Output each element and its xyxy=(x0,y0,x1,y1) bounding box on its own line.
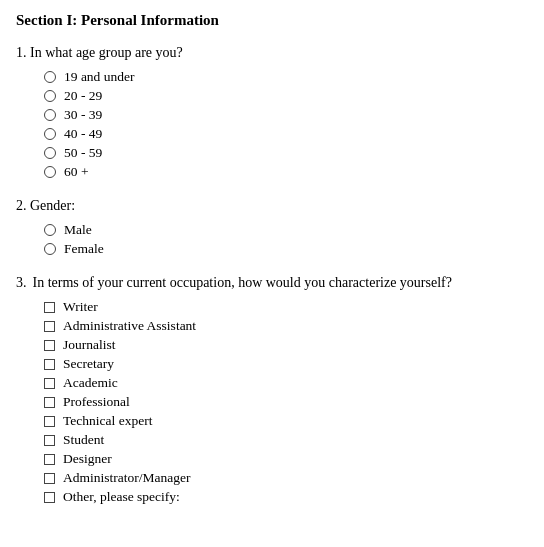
radio-icon[interactable] xyxy=(44,71,56,83)
question-3-label: 3. In terms of your current occupation, … xyxy=(16,275,528,291)
checkbox-icon[interactable] xyxy=(44,321,55,332)
checkbox-icon[interactable] xyxy=(44,492,55,503)
question-1-label: 1. In what age group are you? xyxy=(16,45,528,61)
option-label: 30 - 39 xyxy=(64,107,102,123)
checkbox-icon[interactable] xyxy=(44,416,55,427)
option-label: 60 + xyxy=(64,164,89,180)
list-item[interactable]: Journalist xyxy=(44,337,528,353)
list-item[interactable]: Professional xyxy=(44,394,528,410)
section-title: Section I: Personal Information xyxy=(16,12,528,29)
question-3-number: 3. xyxy=(16,275,27,291)
list-item[interactable]: 60 + xyxy=(44,164,528,180)
list-item[interactable]: Secretary xyxy=(44,356,528,372)
list-item[interactable]: Student xyxy=(44,432,528,448)
list-item[interactable]: Designer xyxy=(44,451,528,467)
option-label: Administrator/Manager xyxy=(63,470,190,486)
checkbox-icon[interactable] xyxy=(44,435,55,446)
checkbox-icon[interactable] xyxy=(44,378,55,389)
question-1: 1. In what age group are you? 19 and und… xyxy=(16,45,528,180)
list-item[interactable]: Administrator/Manager xyxy=(44,470,528,486)
checkbox-icon[interactable] xyxy=(44,340,55,351)
option-label: Professional xyxy=(63,394,130,410)
list-item[interactable]: Male xyxy=(44,222,528,238)
question-3-options: WriterAdministrative AssistantJournalist… xyxy=(44,299,528,505)
option-label: Administrative Assistant xyxy=(63,318,196,334)
radio-icon[interactable] xyxy=(44,166,56,178)
option-label: Other, please specify: xyxy=(63,489,180,505)
radio-icon[interactable] xyxy=(44,109,56,121)
list-item[interactable]: Administrative Assistant xyxy=(44,318,528,334)
list-item[interactable]: 19 and under xyxy=(44,69,528,85)
list-item[interactable]: 20 - 29 xyxy=(44,88,528,104)
option-label: 20 - 29 xyxy=(64,88,102,104)
option-label: 40 - 49 xyxy=(64,126,102,142)
list-item[interactable]: Writer xyxy=(44,299,528,315)
option-label: Technical expert xyxy=(63,413,152,429)
question-2: 2. Gender: MaleFemale xyxy=(16,198,528,257)
question-3: 3. In terms of your current occupation, … xyxy=(16,275,528,505)
option-label: Secretary xyxy=(63,356,114,372)
list-item[interactable]: Female xyxy=(44,241,528,257)
checkbox-icon[interactable] xyxy=(44,473,55,484)
option-label: Male xyxy=(64,222,92,238)
checkbox-icon[interactable] xyxy=(44,359,55,370)
list-item[interactable]: 40 - 49 xyxy=(44,126,528,142)
option-label: Female xyxy=(64,241,104,257)
option-label: 50 - 59 xyxy=(64,145,102,161)
checkbox-icon[interactable] xyxy=(44,302,55,313)
radio-icon[interactable] xyxy=(44,90,56,102)
checkbox-icon[interactable] xyxy=(44,454,55,465)
radio-icon[interactable] xyxy=(44,147,56,159)
radio-icon[interactable] xyxy=(44,224,56,236)
checkbox-icon[interactable] xyxy=(44,397,55,408)
question-3-text: In terms of your current occupation, how… xyxy=(33,275,452,291)
question-2-label: 2. Gender: xyxy=(16,198,528,214)
option-label: Journalist xyxy=(63,337,116,353)
option-label: Designer xyxy=(63,451,112,467)
radio-icon[interactable] xyxy=(44,243,56,255)
list-item[interactable]: 50 - 59 xyxy=(44,145,528,161)
question-2-options: MaleFemale xyxy=(44,222,528,257)
option-label: 19 and under xyxy=(64,69,134,85)
option-label: Student xyxy=(63,432,104,448)
option-label: Academic xyxy=(63,375,118,391)
list-item[interactable]: 30 - 39 xyxy=(44,107,528,123)
list-item[interactable]: Technical expert xyxy=(44,413,528,429)
list-item[interactable]: Academic xyxy=(44,375,528,391)
radio-icon[interactable] xyxy=(44,128,56,140)
option-label: Writer xyxy=(63,299,98,315)
list-item[interactable]: Other, please specify: xyxy=(44,489,528,505)
question-1-options: 19 and under20 - 2930 - 3940 - 4950 - 59… xyxy=(44,69,528,180)
